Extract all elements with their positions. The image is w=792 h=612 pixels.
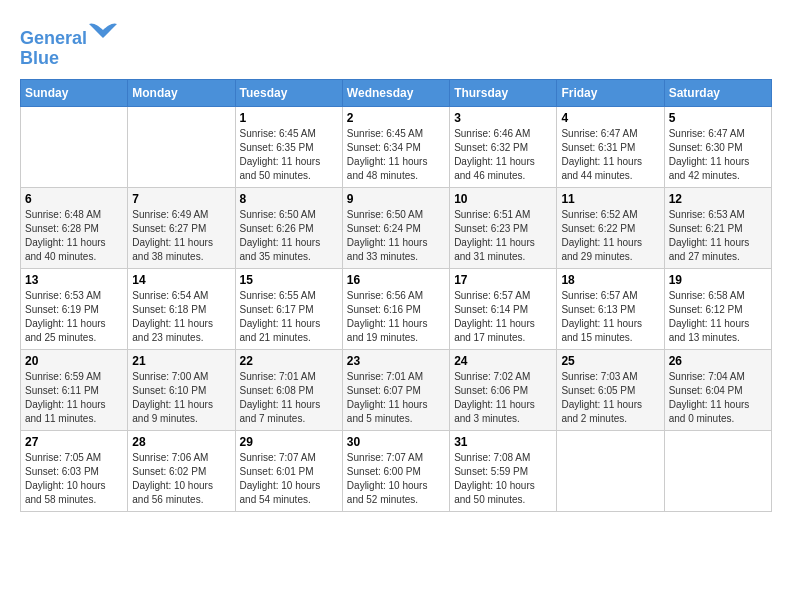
calendar-day-cell <box>128 106 235 187</box>
calendar-day-cell: 31Sunrise: 7:08 AM Sunset: 5:59 PM Dayli… <box>450 430 557 511</box>
calendar-day-cell: 19Sunrise: 6:58 AM Sunset: 6:12 PM Dayli… <box>664 268 771 349</box>
day-detail: Sunrise: 7:01 AM Sunset: 6:08 PM Dayligh… <box>240 370 338 426</box>
day-detail: Sunrise: 6:50 AM Sunset: 6:24 PM Dayligh… <box>347 208 445 264</box>
page-header: General Blue <box>20 20 772 69</box>
day-detail: Sunrise: 6:49 AM Sunset: 6:27 PM Dayligh… <box>132 208 230 264</box>
weekday-header-cell: Sunday <box>21 79 128 106</box>
weekday-header-row: SundayMondayTuesdayWednesdayThursdayFrid… <box>21 79 772 106</box>
day-number: 6 <box>25 192 123 206</box>
calendar-day-cell: 30Sunrise: 7:07 AM Sunset: 6:00 PM Dayli… <box>342 430 449 511</box>
day-detail: Sunrise: 6:46 AM Sunset: 6:32 PM Dayligh… <box>454 127 552 183</box>
day-detail: Sunrise: 7:07 AM Sunset: 6:00 PM Dayligh… <box>347 451 445 507</box>
day-detail: Sunrise: 6:59 AM Sunset: 6:11 PM Dayligh… <box>25 370 123 426</box>
calendar-day-cell <box>557 430 664 511</box>
day-number: 13 <box>25 273 123 287</box>
weekday-header-cell: Tuesday <box>235 79 342 106</box>
calendar-day-cell: 27Sunrise: 7:05 AM Sunset: 6:03 PM Dayli… <box>21 430 128 511</box>
calendar-week-row: 20Sunrise: 6:59 AM Sunset: 6:11 PM Dayli… <box>21 349 772 430</box>
day-number: 22 <box>240 354 338 368</box>
day-detail: Sunrise: 6:48 AM Sunset: 6:28 PM Dayligh… <box>25 208 123 264</box>
day-detail: Sunrise: 6:58 AM Sunset: 6:12 PM Dayligh… <box>669 289 767 345</box>
day-number: 28 <box>132 435 230 449</box>
day-number: 7 <box>132 192 230 206</box>
day-number: 30 <box>347 435 445 449</box>
calendar-day-cell: 10Sunrise: 6:51 AM Sunset: 6:23 PM Dayli… <box>450 187 557 268</box>
calendar-day-cell: 16Sunrise: 6:56 AM Sunset: 6:16 PM Dayli… <box>342 268 449 349</box>
calendar-day-cell: 21Sunrise: 7:00 AM Sunset: 6:10 PM Dayli… <box>128 349 235 430</box>
logo-text-blue: Blue <box>20 49 119 69</box>
calendar-day-cell: 6Sunrise: 6:48 AM Sunset: 6:28 PM Daylig… <box>21 187 128 268</box>
calendar-day-cell: 13Sunrise: 6:53 AM Sunset: 6:19 PM Dayli… <box>21 268 128 349</box>
day-number: 16 <box>347 273 445 287</box>
calendar-day-cell: 2Sunrise: 6:45 AM Sunset: 6:34 PM Daylig… <box>342 106 449 187</box>
day-detail: Sunrise: 6:47 AM Sunset: 6:31 PM Dayligh… <box>561 127 659 183</box>
day-number: 19 <box>669 273 767 287</box>
day-detail: Sunrise: 6:45 AM Sunset: 6:34 PM Dayligh… <box>347 127 445 183</box>
day-number: 24 <box>454 354 552 368</box>
calendar-day-cell: 23Sunrise: 7:01 AM Sunset: 6:07 PM Dayli… <box>342 349 449 430</box>
weekday-header-cell: Monday <box>128 79 235 106</box>
weekday-header-cell: Thursday <box>450 79 557 106</box>
calendar-day-cell: 17Sunrise: 6:57 AM Sunset: 6:14 PM Dayli… <box>450 268 557 349</box>
day-detail: Sunrise: 6:50 AM Sunset: 6:26 PM Dayligh… <box>240 208 338 264</box>
day-number: 9 <box>347 192 445 206</box>
calendar-day-cell: 20Sunrise: 6:59 AM Sunset: 6:11 PM Dayli… <box>21 349 128 430</box>
day-detail: Sunrise: 6:52 AM Sunset: 6:22 PM Dayligh… <box>561 208 659 264</box>
calendar-day-cell: 29Sunrise: 7:07 AM Sunset: 6:01 PM Dayli… <box>235 430 342 511</box>
calendar-day-cell: 8Sunrise: 6:50 AM Sunset: 6:26 PM Daylig… <box>235 187 342 268</box>
calendar-day-cell: 26Sunrise: 7:04 AM Sunset: 6:04 PM Dayli… <box>664 349 771 430</box>
day-detail: Sunrise: 6:54 AM Sunset: 6:18 PM Dayligh… <box>132 289 230 345</box>
day-detail: Sunrise: 6:57 AM Sunset: 6:13 PM Dayligh… <box>561 289 659 345</box>
logo-bird-icon <box>89 20 119 44</box>
calendar-day-cell: 24Sunrise: 7:02 AM Sunset: 6:06 PM Dayli… <box>450 349 557 430</box>
day-detail: Sunrise: 7:04 AM Sunset: 6:04 PM Dayligh… <box>669 370 767 426</box>
day-number: 3 <box>454 111 552 125</box>
day-number: 29 <box>240 435 338 449</box>
calendar-day-cell: 25Sunrise: 7:03 AM Sunset: 6:05 PM Dayli… <box>557 349 664 430</box>
calendar-day-cell: 3Sunrise: 6:46 AM Sunset: 6:32 PM Daylig… <box>450 106 557 187</box>
day-detail: Sunrise: 7:06 AM Sunset: 6:02 PM Dayligh… <box>132 451 230 507</box>
calendar-day-cell: 18Sunrise: 6:57 AM Sunset: 6:13 PM Dayli… <box>557 268 664 349</box>
calendar-day-cell: 5Sunrise: 6:47 AM Sunset: 6:30 PM Daylig… <box>664 106 771 187</box>
day-number: 21 <box>132 354 230 368</box>
day-detail: Sunrise: 7:02 AM Sunset: 6:06 PM Dayligh… <box>454 370 552 426</box>
day-detail: Sunrise: 6:57 AM Sunset: 6:14 PM Dayligh… <box>454 289 552 345</box>
day-detail: Sunrise: 6:53 AM Sunset: 6:19 PM Dayligh… <box>25 289 123 345</box>
day-number: 27 <box>25 435 123 449</box>
day-number: 18 <box>561 273 659 287</box>
weekday-header-cell: Wednesday <box>342 79 449 106</box>
day-detail: Sunrise: 6:55 AM Sunset: 6:17 PM Dayligh… <box>240 289 338 345</box>
day-detail: Sunrise: 7:00 AM Sunset: 6:10 PM Dayligh… <box>132 370 230 426</box>
calendar-day-cell: 1Sunrise: 6:45 AM Sunset: 6:35 PM Daylig… <box>235 106 342 187</box>
calendar-day-cell: 28Sunrise: 7:06 AM Sunset: 6:02 PM Dayli… <box>128 430 235 511</box>
day-number: 11 <box>561 192 659 206</box>
weekday-header-cell: Friday <box>557 79 664 106</box>
weekday-header-cell: Saturday <box>664 79 771 106</box>
day-number: 26 <box>669 354 767 368</box>
logo-text: General <box>20 20 119 49</box>
day-detail: Sunrise: 7:03 AM Sunset: 6:05 PM Dayligh… <box>561 370 659 426</box>
day-number: 10 <box>454 192 552 206</box>
day-number: 25 <box>561 354 659 368</box>
logo: General Blue <box>20 20 119 69</box>
day-number: 20 <box>25 354 123 368</box>
day-detail: Sunrise: 6:47 AM Sunset: 6:30 PM Dayligh… <box>669 127 767 183</box>
day-detail: Sunrise: 6:45 AM Sunset: 6:35 PM Dayligh… <box>240 127 338 183</box>
day-number: 14 <box>132 273 230 287</box>
calendar-table: SundayMondayTuesdayWednesdayThursdayFrid… <box>20 79 772 512</box>
day-number: 12 <box>669 192 767 206</box>
calendar-day-cell <box>664 430 771 511</box>
day-number: 31 <box>454 435 552 449</box>
day-number: 17 <box>454 273 552 287</box>
calendar-week-row: 27Sunrise: 7:05 AM Sunset: 6:03 PM Dayli… <box>21 430 772 511</box>
calendar-week-row: 1Sunrise: 6:45 AM Sunset: 6:35 PM Daylig… <box>21 106 772 187</box>
day-number: 1 <box>240 111 338 125</box>
day-detail: Sunrise: 6:56 AM Sunset: 6:16 PM Dayligh… <box>347 289 445 345</box>
calendar-day-cell: 15Sunrise: 6:55 AM Sunset: 6:17 PM Dayli… <box>235 268 342 349</box>
day-number: 5 <box>669 111 767 125</box>
calendar-day-cell: 12Sunrise: 6:53 AM Sunset: 6:21 PM Dayli… <box>664 187 771 268</box>
calendar-body: 1Sunrise: 6:45 AM Sunset: 6:35 PM Daylig… <box>21 106 772 511</box>
calendar-day-cell: 4Sunrise: 6:47 AM Sunset: 6:31 PM Daylig… <box>557 106 664 187</box>
calendar-week-row: 6Sunrise: 6:48 AM Sunset: 6:28 PM Daylig… <box>21 187 772 268</box>
calendar-day-cell: 22Sunrise: 7:01 AM Sunset: 6:08 PM Dayli… <box>235 349 342 430</box>
